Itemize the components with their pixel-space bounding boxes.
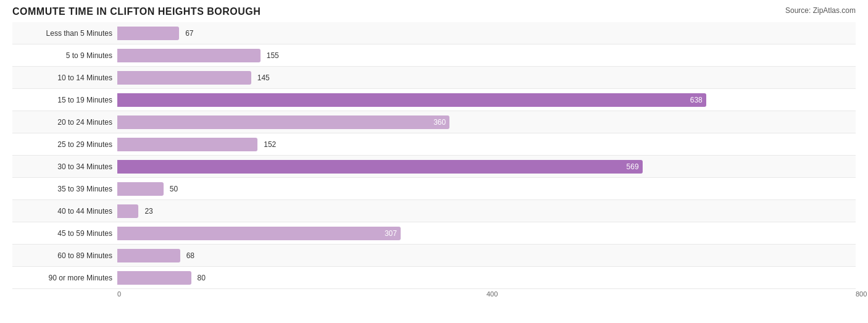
bar-value: 155 <box>267 51 279 60</box>
bar-track: 67 <box>117 22 856 44</box>
bar-row: 35 to 39 Minutes50 <box>12 178 856 200</box>
bar-value: 23 <box>144 207 152 216</box>
chart-title: COMMUTE TIME IN CLIFTON HEIGHTS BOROUGH <box>12 6 261 17</box>
bar-fill <box>117 138 257 151</box>
bar-track: 68 <box>117 245 856 266</box>
bar-label: 15 to 19 Minutes <box>12 96 117 104</box>
bar-value: 67 <box>185 29 193 38</box>
bar-label: Less than 5 Minutes <box>12 29 117 38</box>
bar-value: 68 <box>186 251 194 260</box>
bar-fill <box>117 182 164 196</box>
bar-track: 569 <box>117 156 856 177</box>
bar-value: 360 <box>433 118 446 127</box>
x-tick: 800 <box>856 290 867 298</box>
bar-label: 35 to 39 Minutes <box>12 185 117 193</box>
bar-fill <box>117 204 138 218</box>
chart-source: Source: ZipAtlas.com <box>785 6 856 15</box>
x-tick: 400 <box>486 290 498 298</box>
bar-label: 20 to 24 Minutes <box>12 118 117 127</box>
bar-row: 45 to 59 Minutes307 <box>12 222 856 245</box>
bars-area: Less than 5 Minutes675 to 9 Minutes15510… <box>12 22 856 289</box>
bar-label: 90 or more Minutes <box>12 274 117 282</box>
bar-track: 50 <box>117 178 856 199</box>
bar-fill: 307 <box>117 227 401 240</box>
bar-value: 638 <box>690 96 703 104</box>
bar-track: 145 <box>117 67 856 88</box>
bar-value: 80 <box>198 274 206 282</box>
bar-row: 25 to 29 Minutes152 <box>12 133 856 156</box>
bar-label: 10 to 14 Minutes <box>12 73 117 82</box>
bar-label: 30 to 34 Minutes <box>12 162 117 171</box>
bar-value: 569 <box>627 162 639 171</box>
bar-fill: 569 <box>117 160 643 174</box>
bar-fill <box>117 249 180 262</box>
bar-track: 360 <box>117 111 856 133</box>
bar-row: 20 to 24 Minutes360 <box>12 111 856 133</box>
bar-value: 145 <box>257 73 270 82</box>
bar-row: 90 or more Minutes80 <box>12 267 856 289</box>
bar-track: 307 <box>117 222 856 244</box>
bar-fill <box>117 27 179 40</box>
chart-container: COMMUTE TIME IN CLIFTON HEIGHTS BOROUGH … <box>0 0 868 323</box>
bar-row: 15 to 19 Minutes638 <box>12 89 856 111</box>
bar-fill <box>117 271 191 285</box>
bar-row: 10 to 14 Minutes145 <box>12 67 856 89</box>
bar-label: 40 to 44 Minutes <box>12 207 117 216</box>
bar-value: 50 <box>170 185 178 193</box>
bar-track: 638 <box>117 89 856 111</box>
bar-track: 155 <box>117 44 856 66</box>
chart-header: COMMUTE TIME IN CLIFTON HEIGHTS BOROUGH … <box>12 6 856 17</box>
bar-row: 30 to 34 Minutes569 <box>12 156 856 178</box>
bar-label: 25 to 29 Minutes <box>12 140 117 149</box>
bar-track: 23 <box>117 200 856 222</box>
bar-label: 5 to 9 Minutes <box>12 51 117 60</box>
bar-fill: 638 <box>117 93 706 107</box>
x-tick: 0 <box>117 290 121 298</box>
bar-value: 152 <box>264 140 276 149</box>
bar-row: 5 to 9 Minutes155 <box>12 44 856 67</box>
bar-fill <box>117 71 251 85</box>
bar-track: 152 <box>117 133 856 155</box>
bar-label: 60 to 89 Minutes <box>12 251 117 260</box>
bar-fill <box>117 49 261 62</box>
x-axis: 0400800 <box>117 290 856 303</box>
bar-row: Less than 5 Minutes67 <box>12 22 856 44</box>
bar-fill: 360 <box>117 115 449 129</box>
bar-track: 80 <box>117 267 856 288</box>
bar-label: 45 to 59 Minutes <box>12 229 117 238</box>
bar-row: 40 to 44 Minutes23 <box>12 200 856 222</box>
bar-row: 60 to 89 Minutes68 <box>12 245 856 267</box>
bar-value: 307 <box>385 229 397 238</box>
